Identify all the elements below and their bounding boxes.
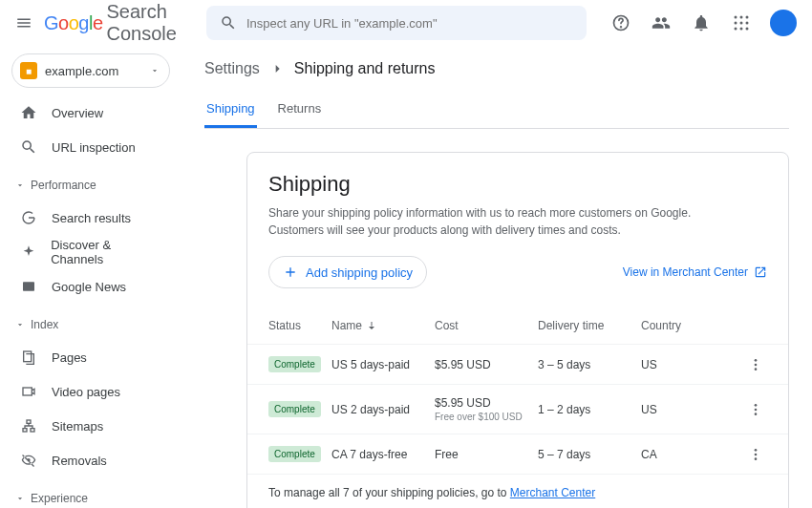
- sidebar-item-url-inspection[interactable]: URL inspection: [8, 130, 174, 164]
- add-shipping-policy-button[interactable]: Add shipping policy: [268, 256, 427, 288]
- svg-point-22: [755, 404, 758, 407]
- sidebar-item-sitemaps[interactable]: Sitemaps: [8, 409, 174, 443]
- video-icon: [21, 384, 36, 399]
- card-title: Shipping: [268, 172, 767, 197]
- property-selector[interactable]: ■ example.com: [11, 53, 170, 88]
- chevron-down-icon: [15, 494, 25, 503]
- svg-rect-12: [24, 351, 32, 362]
- svg-point-3: [740, 16, 743, 19]
- url-inspect-search[interactable]: [206, 6, 587, 40]
- svg-rect-14: [27, 420, 31, 423]
- sidebar-item-label: Overview: [52, 106, 103, 120]
- pages-icon: [21, 349, 36, 365]
- help-button[interactable]: [609, 11, 632, 34]
- more-vert-icon: [748, 357, 763, 372]
- news-icon: [21, 279, 36, 294]
- svg-point-25: [755, 449, 758, 452]
- cell-cost: Free: [435, 448, 538, 461]
- merchant-center-link[interactable]: Merchant Center: [510, 486, 595, 499]
- hamburger-icon: [15, 14, 32, 32]
- property-favicon: ■: [20, 62, 37, 79]
- apps-grid-icon: [733, 14, 750, 32]
- sidebar-item-overview[interactable]: Overview: [8, 95, 174, 130]
- col-header-name[interactable]: Name: [331, 319, 435, 332]
- search-input[interactable]: [246, 16, 573, 31]
- main-content: Settings Shipping and returns Shipping R…: [182, 46, 812, 508]
- chevron-right-icon: [269, 61, 285, 76]
- status-badge: Complete: [268, 446, 321, 462]
- view-merchant-center-link[interactable]: View in Merchant Center: [623, 265, 767, 279]
- cell-cost: $5.95 USD: [435, 358, 538, 371]
- svg-point-7: [746, 22, 749, 25]
- svg-point-9: [740, 28, 743, 31]
- sitemap-icon: [21, 418, 36, 434]
- svg-point-8: [735, 28, 737, 31]
- cell-delivery: 5 – 7 days: [538, 448, 641, 461]
- apps-button[interactable]: [730, 11, 753, 34]
- sidebar-item-label: Removals: [52, 454, 107, 468]
- sidebar-item-removals[interactable]: Removals: [8, 443, 174, 477]
- account-avatar[interactable]: [770, 10, 797, 36]
- row-menu-button[interactable]: [748, 402, 767, 417]
- sidebar-item-discover[interactable]: Discover & Channels: [8, 235, 174, 269]
- sidebar-item-label: URL inspection: [52, 140, 136, 155]
- notifications-button[interactable]: [690, 11, 713, 34]
- section-label: Experience: [31, 492, 88, 505]
- row-menu-button[interactable]: [748, 357, 767, 372]
- tabs: Shipping Returns: [204, 92, 789, 129]
- sidebar-section-experience[interactable]: Experience: [8, 483, 174, 508]
- chevron-down-icon: [15, 320, 25, 329]
- col-header-cost[interactable]: Cost: [435, 319, 538, 332]
- sidebar-item-google-news[interactable]: Google News: [8, 269, 174, 304]
- cell-delivery: 3 – 5 days: [538, 358, 641, 371]
- home-icon: [20, 104, 37, 121]
- sidebar-item-label: Pages: [52, 350, 87, 365]
- svg-point-24: [755, 413, 758, 415]
- table-row[interactable]: CompleteUS 5 days-paid$5.95 USD3 – 5 day…: [247, 344, 788, 384]
- card-description: Share your shipping policy information w…: [268, 204, 767, 239]
- product-name: Search Console: [107, 1, 180, 45]
- svg-rect-11: [23, 282, 34, 290]
- table-row[interactable]: CompleteUS 2 days-paid$5.95 USDFree over…: [247, 384, 788, 434]
- sidebar-section-performance[interactable]: Performance: [8, 170, 174, 201]
- svg-point-6: [740, 22, 743, 25]
- sidebar-item-label: Video pages: [52, 385, 120, 399]
- breadcrumb-parent[interactable]: Settings: [204, 60, 260, 77]
- col-header-delivery[interactable]: Delivery time: [538, 319, 641, 332]
- svg-rect-13: [23, 388, 32, 395]
- status-badge: Complete: [268, 356, 321, 372]
- svg-point-19: [755, 359, 758, 362]
- svg-point-23: [755, 408, 758, 411]
- svg-rect-15: [23, 429, 27, 432]
- search-icon: [220, 14, 237, 32]
- table-header-row: Status Name Cost Delivery time Country: [247, 307, 788, 344]
- menu-button[interactable]: [15, 11, 32, 34]
- sidebar-item-video-pages[interactable]: Video pages: [8, 374, 174, 409]
- sidebar-section-index[interactable]: Index: [8, 309, 174, 340]
- col-header-status[interactable]: Status: [268, 319, 331, 332]
- shipping-card: Shipping Share your shipping policy info…: [246, 152, 789, 508]
- col-header-country[interactable]: Country: [641, 319, 748, 332]
- cell-name: US 5 days-paid: [331, 358, 435, 371]
- section-label: Index: [31, 318, 58, 331]
- table-row[interactable]: CompleteCA 7 days-freeFree5 – 7 daysCA: [247, 434, 788, 474]
- status-badge: Complete: [268, 401, 321, 417]
- breadcrumb: Settings Shipping and returns: [204, 46, 789, 92]
- tab-returns[interactable]: Returns: [276, 92, 324, 128]
- cell-country: US: [641, 358, 748, 371]
- people-button[interactable]: [650, 11, 673, 34]
- sort-down-icon: [366, 320, 377, 331]
- dropdown-arrow-icon: [150, 66, 160, 75]
- sidebar-item-search-results[interactable]: Search results: [8, 201, 174, 235]
- top-right-actions: [609, 10, 797, 36]
- tab-shipping[interactable]: Shipping: [204, 92, 257, 128]
- row-menu-button[interactable]: [748, 447, 767, 462]
- top-bar: Google Search Console: [0, 0, 812, 46]
- cell-name: CA 7 days-free: [331, 448, 435, 461]
- svg-rect-16: [31, 429, 34, 432]
- sidebar-item-label: Google News: [52, 280, 126, 294]
- sidebar-item-pages[interactable]: Pages: [8, 340, 174, 374]
- svg-point-5: [735, 22, 737, 25]
- people-icon: [652, 13, 671, 32]
- section-label: Performance: [31, 179, 96, 192]
